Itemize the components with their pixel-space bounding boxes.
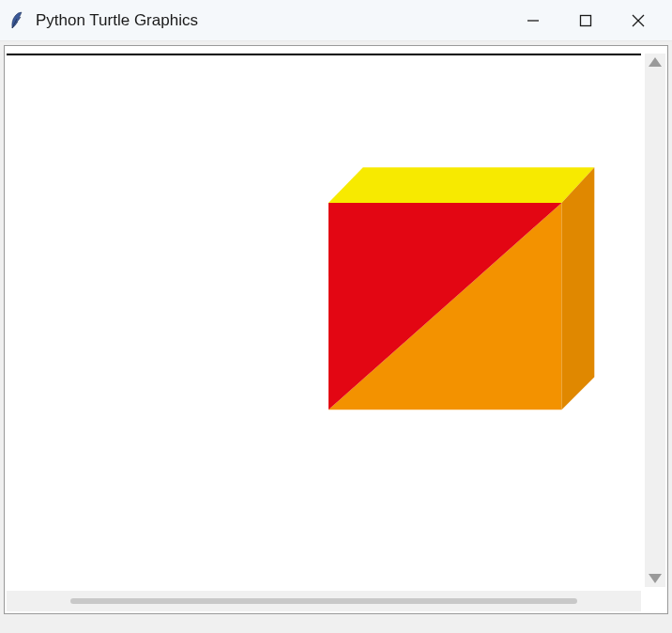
close-button[interactable] [612,0,664,41]
vertical-scrollbar[interactable] [645,54,665,587]
scroll-up-icon [649,57,662,67]
cube-top-face [328,167,594,203]
svg-rect-2 [581,15,591,25]
scroll-down-icon [649,574,662,583]
client-area [0,41,672,633]
horizontal-scrollbar[interactable] [7,591,641,611]
titlebar: Python Turtle Graphics [0,0,672,41]
window-title: Python Turtle Graphics [36,11,507,30]
maximize-button[interactable] [559,0,612,41]
feather-icon [8,11,26,30]
turtle-drawing [7,55,641,587]
window-controls [507,0,664,41]
minimize-icon [527,14,540,27]
minimize-button[interactable] [507,0,559,41]
canvas-container [4,45,668,614]
turtle-canvas[interactable] [7,54,641,587]
cube-side-face [562,167,595,409]
maximize-icon [579,14,592,27]
close-icon [631,13,646,28]
scroll-track [70,598,578,604]
